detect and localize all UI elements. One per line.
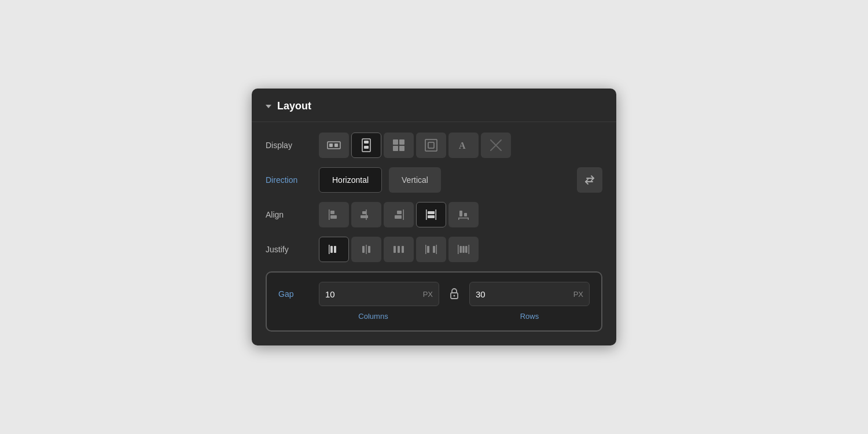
svg-rect-27 [428, 215, 435, 218]
svg-rect-4 [364, 141, 369, 144]
justify-space-evenly-button[interactable] [448, 237, 479, 262]
gap-section: Gap PX PX Columns [266, 271, 602, 332]
align-start-button[interactable] [319, 202, 349, 227]
svg-rect-46 [458, 245, 459, 254]
align-end-button[interactable] [384, 202, 414, 227]
svg-rect-7 [399, 139, 404, 145]
align-stretch-button[interactable] [416, 202, 446, 227]
direction-horizontal-button[interactable]: Horizontal [319, 167, 382, 193]
svg-rect-2 [334, 144, 338, 147]
svg-rect-31 [458, 218, 459, 220]
direction-swap-button[interactable] [577, 167, 602, 193]
direction-label: Direction [266, 175, 312, 185]
panel-title: Layout [277, 100, 311, 112]
justify-row: Justify [266, 237, 602, 262]
svg-rect-6 [393, 139, 398, 145]
svg-rect-18 [366, 209, 367, 220]
svg-rect-26 [428, 211, 435, 214]
justify-start-button[interactable] [319, 237, 349, 262]
justify-space-around-button[interactable] [416, 237, 446, 262]
gap-labels-row: Columns Rows [278, 311, 590, 321]
svg-rect-43 [436, 245, 437, 254]
display-none-button[interactable] [481, 133, 511, 158]
svg-rect-32 [468, 218, 469, 220]
svg-rect-11 [428, 142, 434, 148]
svg-rect-30 [464, 213, 467, 216]
svg-rect-28 [458, 218, 469, 219]
svg-rect-50 [465, 246, 468, 253]
display-grid-button[interactable] [384, 133, 414, 158]
display-absolute-button[interactable] [416, 133, 446, 158]
svg-rect-48 [460, 246, 462, 253]
svg-rect-16 [330, 211, 334, 214]
svg-rect-36 [366, 245, 367, 254]
svg-rect-37 [362, 246, 365, 253]
svg-rect-49 [462, 246, 465, 253]
align-btn-group [319, 202, 602, 227]
svg-rect-10 [425, 139, 437, 151]
gap-columns-input[interactable] [325, 289, 360, 299]
svg-rect-22 [397, 211, 402, 214]
gap-rows-label-item: Rows [469, 311, 590, 321]
align-center-button[interactable] [351, 202, 381, 227]
align-row: Align [266, 202, 602, 227]
gap-columns-label-item: Columns [313, 311, 433, 321]
svg-rect-21 [403, 209, 404, 220]
gap-rows-label: Rows [520, 312, 539, 321]
layout-panel: Layout Display [252, 89, 616, 345]
svg-rect-44 [427, 246, 429, 253]
svg-rect-25 [436, 209, 437, 220]
svg-point-52 [454, 295, 455, 297]
justify-center-button[interactable] [351, 237, 381, 262]
svg-rect-35 [334, 246, 336, 253]
display-row: Display [266, 133, 602, 158]
align-label: Align [266, 210, 312, 219]
gap-columns-unit: PX [423, 290, 433, 299]
svg-rect-38 [368, 246, 370, 253]
svg-rect-8 [393, 146, 398, 151]
justify-space-between-button[interactable] [384, 237, 414, 262]
collapse-icon[interactable] [266, 105, 271, 108]
svg-rect-20 [361, 215, 368, 218]
svg-rect-47 [469, 245, 470, 254]
svg-rect-23 [395, 215, 402, 219]
svg-rect-1 [329, 144, 333, 147]
gap-columns-input-wrap: PX [319, 282, 439, 306]
svg-rect-33 [329, 245, 330, 254]
gap-rows-unit: PX [573, 290, 583, 299]
display-flex-col-button[interactable] [351, 133, 381, 158]
direction-vertical-button[interactable]: Vertical [389, 167, 441, 193]
gap-rows-input[interactable] [476, 289, 510, 299]
svg-rect-19 [362, 211, 366, 214]
display-label: Display [266, 141, 312, 150]
svg-rect-9 [399, 146, 404, 151]
align-baseline-button[interactable] [448, 202, 479, 227]
gap-label: Gap [278, 289, 313, 299]
svg-rect-17 [330, 215, 337, 219]
svg-rect-34 [330, 246, 333, 253]
svg-rect-29 [459, 211, 462, 216]
gap-columns-label: Columns [358, 312, 388, 321]
gap-rows-input-wrap: PX [469, 282, 590, 306]
display-flex-row-button[interactable] [319, 133, 349, 158]
svg-rect-42 [425, 245, 426, 254]
svg-rect-15 [329, 209, 330, 220]
gap-lock-button[interactable] [445, 285, 464, 303]
svg-text:A: A [459, 141, 466, 150]
svg-rect-39 [393, 246, 396, 253]
gap-row: Gap PX PX [278, 282, 590, 306]
direction-row: Direction Horizontal Vertical [266, 167, 602, 193]
svg-rect-45 [433, 246, 435, 253]
svg-rect-5 [364, 146, 369, 149]
justify-label: Justify [266, 245, 312, 254]
justify-btn-group [319, 237, 602, 262]
display-text-button[interactable]: A [448, 133, 479, 158]
display-btn-group: A [319, 133, 602, 158]
svg-rect-24 [426, 209, 427, 220]
panel-header: Layout [252, 89, 616, 122]
svg-rect-41 [402, 246, 404, 253]
svg-rect-40 [398, 246, 400, 253]
